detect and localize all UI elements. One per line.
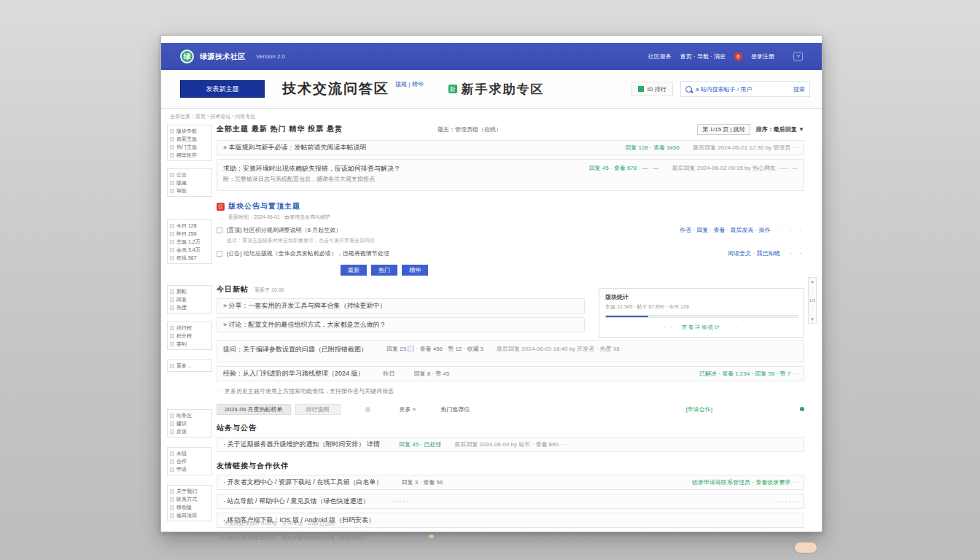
link-row[interactable]: · 开发者文档中心 / 资源下载站 / 在线工具箱（白名单） 回复 3 · 查看… [217,475,804,490]
sidebar-item[interactable]: 申请 [170,465,209,473]
sidebar-item[interactable]: 最新主题 [170,135,209,143]
thread-row[interactable]: » 讨论：配置文件的最佳组织方式，大家都是怎么做的？ [217,317,585,332]
sort-control[interactable]: 排序：最后回复 ▼ [756,125,804,133]
moderator-label: 版主：管理员组（在线） [438,125,502,133]
sidebar-item[interactable]: 回复 [170,295,209,303]
sidebar-item[interactable]: 联系方式 [170,495,209,503]
sidebar-item[interactable]: 昨日 256 [170,230,209,238]
band-seg2[interactable]: 排行说明 [295,404,341,415]
row-checkbox[interactable] [217,228,222,233]
sidebar-item[interactable]: 友链 [170,449,209,457]
sidebar-item[interactable]: 公告 [170,171,209,179]
band-apply-link[interactable]: [申请合作] [686,405,712,413]
mini-scrollbar[interactable]: ▲ 1/3 ▼ [808,277,817,324]
sidebar-item[interactable]: 签到 [170,340,209,348]
sidebar-item[interactable]: 返回顶部 [170,511,209,519]
id-rank-widget[interactable]: ID 排行 [631,82,673,96]
thread-row[interactable]: » 本版规则与新手必读：发帖前请先阅读本帖说明 回复 128 · 查看 3456… [217,140,804,155]
thread-title[interactable]: » 讨论：配置文件的最佳组织方式，大家都是怎么做的？ [223,320,386,330]
sidebar-item[interactable]: 合作 [170,457,209,465]
thread-title[interactable]: · 关于近期服务器升级维护的通知（附时间安排） 详情 [223,440,380,449]
sidebar-item[interactable]: 移动版 [170,503,209,511]
row-links[interactable]: 作者 · 回复 · 查看 · 最后发表 · 操作 [680,226,770,234]
new-post-button[interactable]: 发表新主题 [180,80,265,98]
stats-detail-link[interactable]: · · · 查看详细统计 · · · [605,324,798,331]
page-indicator[interactable]: 第 1/15 页 | 跳转 [697,124,750,135]
chip-newest[interactable]: 最新 [341,265,367,276]
scroll-up-icon[interactable]: ▲ [810,279,814,284]
sidebar-item[interactable]: 会员 3.4万 [170,246,209,254]
today-section: » 分享：一套实用的开发工具与脚本合集（持续更新中） » 讨论：配置文件的最佳组… [217,298,804,332]
scroll-down-icon[interactable]: ▼ [810,317,814,322]
search-button[interactable]: 搜索 [793,85,805,93]
sidebar-item[interactable]: 版块导航 [170,127,209,135]
sidebar-item[interactable]: 更多… [170,362,209,370]
sidebar-item[interactable]: 反馈 [170,427,209,435]
thread-row[interactable]: 经验：从入门到进阶的学习路线整理（2024 版） 昨日 回复 8 · 赞 45 … [217,366,804,381]
chip-hot[interactable]: 热门 [371,265,397,276]
bullet-icon [170,232,174,236]
thread-row[interactable]: 求助：安装环境时出现依赖缺失报错，应该如何排查与解决？ 附：完整错误日志与系统配… [217,159,804,191]
announcement-row-title[interactable]: [置顶] 社区积分规则调整说明（6 月起生效） [227,226,341,234]
link-title[interactable]: · 开发者文档中心 / 资源下载站 / 在线工具箱（白名单） [223,478,383,487]
thread-title[interactable]: » 本版规则与新手必读：发帖前请先阅读本帖说明 [223,143,367,152]
link-meta: 回复 3 · 查看 56 [402,478,443,486]
sidebar-item[interactable]: 热度 [170,303,209,311]
sidebar-group-more: 更多… [167,359,212,372]
login-link[interactable]: 登录注册 [751,52,774,61]
thread-date: 昨日 [384,370,395,378]
thread-status: 已解决 · 查看 1,234 · 回复 56 · 赞 7 · · [699,370,798,378]
thread-row[interactable]: » 分享：一套实用的开发工具与脚本合集（持续更新中） [217,298,585,314]
thread-row[interactable]: 提问：关于编译参数设置的问题（已附报错截图） 回复 23 · 查看 456 · … [217,340,804,362]
list-tabs[interactable]: 全部主题 最新 热门 精华 投票 悬赏 [217,124,343,134]
sidebar-item[interactable]: 今日 128 [170,222,209,230]
thread-row[interactable]: · 关于近期服务器升级维护的通知（附时间安排） 详情 回复 45 · 已处理 最… [217,437,804,452]
announcement-header: 公 版块公告与置顶主题 [217,201,804,211]
sidebar-item[interactable]: 热门主题 [170,143,209,151]
link-title[interactable]: · 站点导航 / 帮助中心 / 意见反馈（绿色快速通道） [223,497,370,506]
bullet-icon [170,240,174,244]
search-input[interactable] [696,86,793,93]
link-row[interactable]: · 站点导航 / 帮助中心 / 意见反馈（绿色快速通道） · · · · · ·… [217,494,804,509]
sidebar-item[interactable]: 排行榜 [170,324,209,332]
status-dots: · · · [781,227,804,233]
thread-title[interactable]: » 分享：一套实用的开发工具与脚本合集（持续更新中） [223,301,386,311]
sub-board[interactable]: 新 新手求助专区 [448,81,545,98]
new-board-icon: 新 [448,85,457,93]
board-rules-link[interactable]: 版规 | 精华 [395,80,424,88]
nav-links[interactable]: 首页 · 导航 · 消息 [680,52,726,61]
announcement-title[interactable]: 版块公告与置顶主题 [228,201,300,211]
band-left-segment[interactable]: 2024-06 月度热帖榜单 [217,404,291,415]
sidebar-item[interactable]: 建议 [170,419,209,427]
sidebar-item[interactable]: 积分榜 [170,332,209,340]
sidebar-item[interactable]: 关于我们 [170,487,209,495]
bullet-icon [170,189,174,193]
notification-badge[interactable]: 6 [734,52,742,61]
sidebar-item[interactable]: 精华推荐 [170,151,209,159]
help-icon[interactable]: ? [793,52,803,61]
nav-channel[interactable]: 社区服务 [648,52,672,61]
sidebar-item[interactable]: 在线 567 [170,254,209,262]
sidebar-item[interactable]: 新帖 [170,287,209,295]
thread-title[interactable]: 经验：从入门到进阶的学习路线整理（2024 版） [223,369,365,378]
sidebar-item[interactable]: 版规 [170,179,209,187]
sidebar-group-nav: 版块导航 最新主题 热门主题 精华推荐 [167,125,212,161]
thread-subtitle: 附：完整错误日志与系统配置信息，感谢各位大佬支招指点 [223,175,400,183]
sidebar-group-admin: 站务区 建议 反馈 [167,409,212,438]
row-checkbox[interactable] [217,251,222,257]
site-logo-icon[interactable]: 绿 [180,50,194,63]
thread-lastpost: 最后回复 2024-06-02 09:15 by 热心网友 · — · — [672,164,798,172]
thread-title[interactable]: 求助：安装环境时出现依赖缺失报错，应该如何排查与解决？ [223,164,400,174]
search-icon [685,86,692,93]
sidebar-item[interactable]: 站务区 [170,411,209,419]
announcement-row-title[interactable]: [公告] 论坛总版规（全体会员发帖前必读），违规将视情节处理 [227,249,389,257]
thread-title[interactable]: 提问：关于编译参数设置的问题（已附报错截图） [223,345,368,354]
chip-digest[interactable]: 精华 [402,265,428,276]
admin-section-title: 站务与公告 [217,423,804,433]
sidebar-item[interactable]: 主题 1.2万 [170,238,209,246]
band-more-link[interactable]: 更多 » [400,405,416,413]
sidebar-item[interactable]: 帮助 [170,187,209,195]
bullet-icon [170,224,174,228]
row-links[interactable]: 阅读全文 · 我已知晓 [728,249,779,257]
ranking-band: 2024-06 月度热帖榜单 排行说明 更多 » 热门推荐位 [申请合作] [217,404,804,414]
